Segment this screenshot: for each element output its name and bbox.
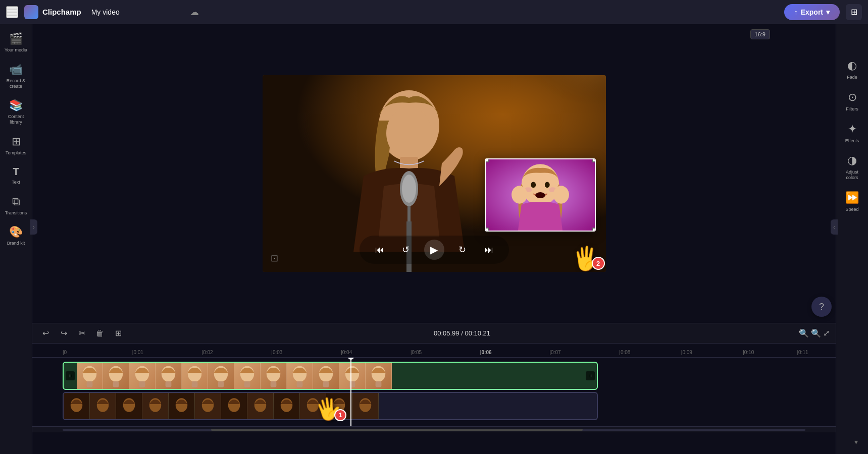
sidebar-item-record-create[interactable]: 📹 Record &create — [2, 59, 30, 93]
pip-resize-handle-bl[interactable] — [485, 228, 489, 232]
clip-thumb-dark-4 — [142, 393, 169, 419]
aspect-ratio-label: 16:9 — [755, 31, 765, 37]
clip-thumb-3 — [129, 363, 156, 389]
clip-thumb-8 — [261, 363, 287, 389]
svg-rect-22 — [113, 381, 119, 387]
ruler-mark-9: |0:09 — [681, 350, 692, 355]
pip-overlay[interactable]: ⊡ ⊞ ↻ ••• — [485, 158, 596, 232]
clip-thumb-5 — [182, 363, 208, 389]
pip-resize-handle-br[interactable] — [592, 228, 596, 232]
right-sidebar-item-fade[interactable]: ◐ Fade — [838, 54, 866, 84]
playback-controls: ⏮ ↺ ▶ ↻ ⏭ — [360, 236, 509, 264]
ruler-mark-6: |0:06 — [480, 350, 492, 355]
right-sidebar-item-filters[interactable]: ⊙ Filters — [838, 86, 866, 116]
clip-thumbnails-top — [64, 363, 597, 389]
delete-button[interactable]: 🗑 — [93, 326, 107, 340]
svg-rect-30 — [218, 381, 224, 387]
ruler-mark-5: |0:05 — [411, 350, 422, 355]
pip-resize-handle-tl[interactable] — [485, 158, 489, 162]
sidebar-item-transitions[interactable]: ⧉ Transitions — [2, 191, 30, 220]
video-preview: ⊡ ⊞ ↻ ••• — [263, 75, 606, 272]
video-title-input[interactable] — [87, 6, 184, 18]
cursor-badge-2: 2 — [592, 257, 605, 270]
zoom-in-button[interactable]: 🔍 — [811, 328, 821, 338]
clip-thumb-dark-6 — [195, 393, 221, 419]
logo-icon — [24, 5, 38, 19]
sidebar-item-content-library[interactable]: 📚 Contentlibrary — [2, 95, 30, 129]
captions-button[interactable]: ⊞ — [846, 4, 862, 20]
timeline-time-display: 00:05.99 / 00:10.21 — [434, 329, 490, 337]
sidebar-item-label-content-library: Contentlibrary — [8, 114, 24, 125]
current-time: 00:05.99 — [434, 329, 459, 337]
your-media-icon: 🎬 — [9, 32, 23, 45]
effects-icon: ✦ — [845, 122, 859, 136]
clip-pause-button-1[interactable]: ⏸ — [66, 371, 75, 380]
right-sidebar-item-effects[interactable]: ✦ Effects — [838, 118, 866, 148]
filters-icon: ⊙ — [845, 90, 859, 104]
scrollbar-thumb[interactable] — [211, 429, 583, 431]
topbar: Clipchamp ☁ ↑ Export ▾ ⊞ — [0, 0, 868, 24]
expand-timeline-button[interactable]: ⤢ — [823, 328, 830, 338]
aspect-ratio-button[interactable]: 16:9 — [750, 29, 770, 39]
undo-button[interactable]: ↩ — [38, 326, 53, 340]
zoom-out-button[interactable]: 🔍 — [799, 328, 809, 338]
brand-kit-icon: 🎨 — [9, 225, 23, 239]
clip-thumb-6 — [208, 363, 234, 389]
fade-icon: ◐ — [845, 59, 859, 73]
clip-thumb-12 — [366, 363, 392, 389]
clip-thumb-10 — [313, 363, 339, 389]
skip-back-button[interactable]: ⏮ — [372, 242, 388, 258]
sidebar-item-brand-kit[interactable]: 🎨 Brand kit — [2, 221, 30, 250]
right-sidebar-item-speed[interactable]: ⏩ Speed — [838, 187, 866, 216]
clip-thumb-dark-5 — [169, 393, 195, 419]
skip-forward-button[interactable]: ⏭ — [481, 242, 497, 258]
cut-button[interactable]: ✂ — [75, 326, 89, 340]
forward-button[interactable]: ↻ — [454, 242, 471, 258]
clip-pause-button-end-1[interactable]: ⏸ — [586, 371, 595, 380]
transitions-icon: ⧉ — [12, 195, 20, 208]
svg-rect-36 — [297, 381, 303, 387]
pip-resize-handle-tr[interactable] — [592, 158, 596, 162]
hamburger-button[interactable] — [6, 6, 18, 18]
scrollbar-track[interactable] — [63, 429, 805, 431]
ruler-mark-8: |0:08 — [619, 350, 630, 355]
text-icon: T — [13, 166, 19, 178]
sidebar-item-templates[interactable]: ⊞ Templates — [2, 131, 30, 160]
clip-thumb-dark-2 — [90, 393, 116, 419]
svg-rect-20 — [87, 381, 93, 387]
left-sidebar: 🎬 Your media 📹 Record &create 📚 Contentl… — [0, 24, 32, 454]
svg-rect-28 — [192, 381, 198, 387]
svg-point-8 — [402, 175, 416, 203]
sidebar-item-label-your-media: Your media — [5, 47, 27, 53]
preview-expand-button[interactable]: ⊡ — [271, 253, 278, 264]
sidebar-item-your-media[interactable]: 🎬 Your media — [2, 28, 30, 57]
play-button[interactable]: ▶ — [424, 240, 444, 260]
right-sidebar-label-filters: Filters — [846, 106, 858, 112]
add-to-timeline-button[interactable]: ⊞ — [111, 326, 125, 340]
svg-point-13 — [544, 182, 549, 188]
right-panel-collapse-button[interactable]: ‹ — [831, 219, 838, 235]
sidebar-item-text[interactable]: T Text — [2, 162, 30, 189]
ruler-inner: |0 |0:01 |0:02 |0:03 |0:04 |0:05 |0:06 |… — [63, 344, 836, 357]
timeline-scrollbar[interactable] — [32, 426, 836, 432]
adjust-colors-icon: ◑ — [845, 153, 859, 167]
svg-rect-32 — [244, 381, 250, 387]
track-clip-top[interactable]: ⏸ — [63, 362, 598, 390]
app-logo: Clipchamp — [24, 5, 81, 19]
export-button[interactable]: ↑ Export ▾ — [784, 4, 840, 20]
right-sidebar-item-adjust-colors[interactable]: ◑ Adjustcolors — [838, 149, 866, 185]
sidebar-item-label-text: Text — [12, 180, 20, 185]
redo-button[interactable]: ↪ — [57, 326, 71, 340]
sidebar-expand-button[interactable]: › — [30, 219, 37, 235]
speed-icon: ⏩ — [845, 191, 859, 205]
right-panel-down-button[interactable]: ▾ — [854, 438, 858, 446]
topbar-right: ↑ Export ▾ ⊞ — [784, 4, 862, 20]
ruler-mark-1: |0:01 — [132, 350, 143, 355]
record-create-icon: 📹 — [9, 63, 23, 76]
preview-area: 16:9 — [32, 24, 836, 323]
rewind-button[interactable]: ↺ — [398, 242, 414, 258]
topbar-left: Clipchamp ☁ — [6, 5, 784, 19]
sidebar-item-label-record-create: Record &create — [7, 78, 26, 89]
export-label: Export — [801, 8, 823, 16]
help-button[interactable]: ? — [811, 297, 832, 317]
